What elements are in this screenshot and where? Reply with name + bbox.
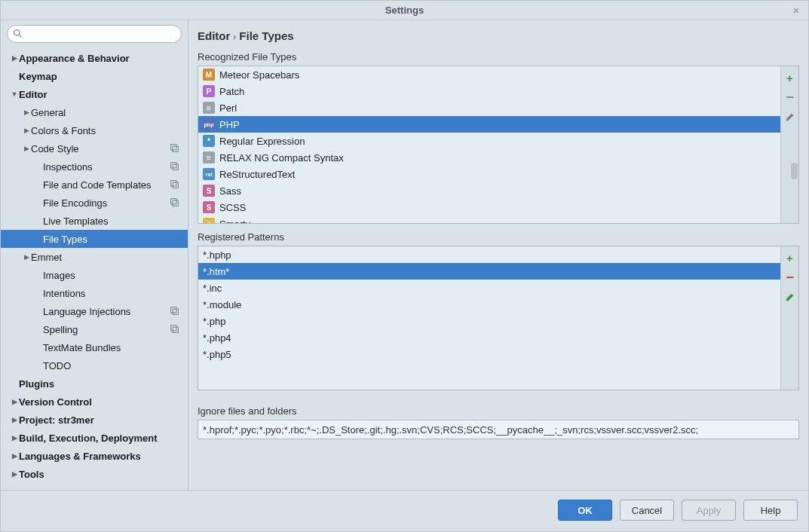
remove-file-type-button[interactable]: −: [783, 90, 797, 104]
tree-item-label: Language Injections: [43, 306, 170, 317]
pattern-label: *.inc: [203, 283, 222, 294]
close-icon[interactable]: ×: [790, 4, 802, 16]
search-input[interactable]: [7, 25, 182, 43]
svg-rect-8: [171, 199, 176, 204]
file-types-list[interactable]: MMeteor SpacebarsPPatch≡PerlphpPHP*Regul…: [198, 66, 780, 223]
tree-item-label: Inspections: [43, 161, 170, 173]
chevron-right-icon[interactable]: ▶: [10, 398, 19, 405]
tree-item[interactable]: Keymap: [1, 67, 188, 85]
tree-item[interactable]: ▶Colors & Fonts: [1, 121, 188, 139]
tree-item[interactable]: Inspections: [1, 157, 188, 176]
breadcrumb-root: Editor: [198, 29, 230, 42]
search-wrap: [1, 20, 188, 46]
file-type-row[interactable]: ≡Perl: [198, 99, 780, 116]
chevron-right-icon[interactable]: ▶: [22, 109, 31, 116]
ignore-input[interactable]: [198, 420, 799, 439]
file-type-row[interactable]: rstReStructuredText: [198, 166, 780, 182]
tree-item-label: Intentions: [43, 288, 188, 299]
file-type-row[interactable]: MMeteor Spacebars: [198, 66, 780, 83]
tree-item-label: Project: str3mer: [19, 414, 188, 426]
chevron-right-icon[interactable]: ▶: [10, 54, 19, 62]
pattern-row[interactable]: *.inc: [198, 280, 780, 296]
window-title: Settings: [385, 5, 424, 16]
tree-item[interactable]: Live Templates: [1, 212, 188, 230]
pattern-row[interactable]: *.hphp: [198, 246, 780, 263]
apply-button[interactable]: Apply: [682, 500, 736, 521]
tree-item[interactable]: Language Injections: [1, 302, 188, 320]
cancel-button[interactable]: Cancel: [620, 500, 674, 521]
project-scope-icon: [170, 143, 180, 154]
file-type-row[interactable]: ★Smarty: [198, 216, 780, 223]
tree-item[interactable]: ▶Build, Execution, Deployment: [1, 429, 188, 447]
file-type-label: Perl: [219, 102, 237, 114]
settings-tree[interactable]: ▶Appearance & BehaviorKeymap▼Editor▶Gene…: [1, 46, 188, 490]
tree-item[interactable]: ▶Emmet: [1, 248, 188, 266]
breadcrumb-leaf: File Types: [239, 29, 293, 42]
tree-item-label: Plugins: [19, 378, 188, 390]
file-type-row[interactable]: PPatch: [198, 83, 780, 99]
add-pattern-button[interactable]: +: [783, 251, 797, 264]
tree-item[interactable]: ▶Code Style: [1, 139, 188, 157]
chevron-right-icon[interactable]: ▶: [10, 452, 19, 460]
recognized-file-types-section: Recognized File Types MMeteor SpacebarsP…: [198, 51, 799, 224]
pattern-row[interactable]: *.php: [198, 313, 780, 329]
chevron-right-icon[interactable]: ▶: [22, 145, 31, 152]
file-types-scrollbar[interactable]: [791, 163, 798, 179]
file-type-label: RELAX NG Compact Syntax: [219, 152, 344, 164]
tree-item[interactable]: TODO: [1, 356, 188, 375]
help-button[interactable]: Help: [743, 500, 798, 521]
pattern-row[interactable]: *.htm*: [198, 263, 780, 280]
tree-item[interactable]: ▶Version Control: [1, 393, 188, 411]
file-type-row[interactable]: ≡RELAX NG Compact Syntax: [198, 149, 780, 166]
pattern-row[interactable]: *.php4: [198, 329, 780, 346]
project-scope-icon: [170, 179, 180, 190]
tree-item[interactable]: File Encodings: [1, 194, 188, 212]
svg-point-0: [14, 30, 20, 35]
file-type-row[interactable]: SSass: [198, 182, 780, 199]
chevron-right-icon[interactable]: ▶: [10, 416, 19, 423]
file-type-row[interactable]: SSCSS: [198, 199, 780, 216]
pattern-row[interactable]: *.module: [198, 296, 780, 313]
project-scope-icon: [170, 197, 180, 208]
tree-item[interactable]: ▶Appearance & Behavior: [1, 49, 188, 67]
ok-button[interactable]: OK: [558, 500, 612, 521]
tree-item[interactable]: ▶Tools: [1, 465, 188, 483]
edit-pattern-button[interactable]: [783, 290, 797, 304]
tree-item[interactable]: Plugins: [1, 375, 188, 393]
chevron-right-icon[interactable]: ▶: [10, 470, 19, 478]
svg-rect-7: [173, 182, 178, 188]
file-type-row[interactable]: phpPHP: [198, 116, 780, 133]
chevron-down-icon[interactable]: ▼: [10, 90, 19, 98]
tree-item[interactable]: File and Code Templates: [1, 176, 188, 194]
tree-item[interactable]: Intentions: [1, 284, 188, 302]
chevron-right-icon[interactable]: ▶: [10, 434, 19, 442]
tree-item-label: TODO: [43, 360, 188, 371]
svg-rect-9: [173, 200, 178, 206]
tree-item-label: Appearance & Behavior: [19, 53, 188, 64]
edit-file-type-button[interactable]: [783, 110, 797, 124]
file-type-icon: S: [203, 201, 215, 213]
tree-item-label: Version Control: [19, 396, 188, 408]
file-type-icon: *: [203, 135, 215, 147]
tree-item[interactable]: File Types: [1, 230, 188, 248]
chevron-right-icon[interactable]: ▶: [22, 253, 31, 261]
settings-sidebar: ▶Appearance & BehaviorKeymap▼Editor▶Gene…: [1, 20, 188, 490]
svg-rect-10: [171, 307, 176, 313]
tree-item[interactable]: TextMate Bundles: [1, 338, 188, 356]
tree-item[interactable]: ▶General: [1, 103, 188, 121]
tree-item[interactable]: Spelling: [1, 320, 188, 338]
tree-item[interactable]: ▼Editor: [1, 85, 188, 103]
tree-item-label: Languages & Frameworks: [19, 451, 188, 462]
file-type-row[interactable]: *Regular Expression: [198, 133, 780, 149]
tree-item[interactable]: ▶Project: str3mer: [1, 411, 188, 429]
patterns-list[interactable]: *.hphp*.htm**.inc*.module*.php*.php4*.ph…: [198, 246, 780, 390]
tree-item[interactable]: Images: [1, 266, 188, 284]
chevron-right-icon[interactable]: ▶: [22, 127, 31, 134]
add-file-type-button[interactable]: +: [783, 71, 797, 84]
remove-pattern-button[interactable]: −: [783, 271, 797, 284]
tree-item[interactable]: ▶Languages & Frameworks: [1, 447, 188, 465]
tree-item-label: Spelling: [43, 324, 170, 335]
pattern-row[interactable]: *.php5: [198, 346, 780, 362]
tree-item-label: Tools: [19, 469, 188, 480]
breadcrumb-separator: ›: [230, 32, 239, 42]
